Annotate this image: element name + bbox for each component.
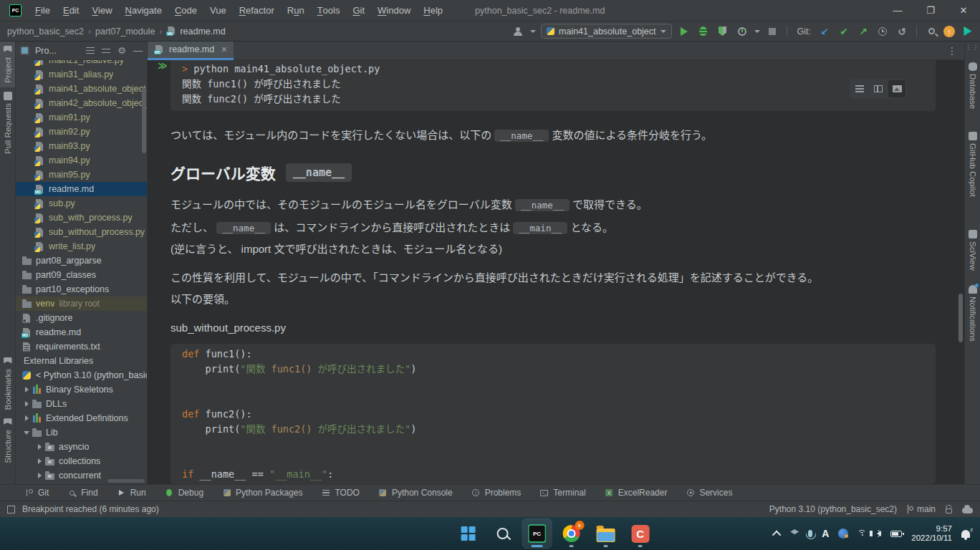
code-with-me-button[interactable]: [960, 24, 974, 39]
taskbar-search-button[interactable]: [489, 519, 517, 548]
editor-only-button[interactable]: [851, 80, 868, 97]
taskbar-pycharm-icon[interactable]: PC: [523, 519, 552, 548]
tree-item-readme-md[interactable]: MDreadme.md: [16, 182, 147, 196]
tree-item-binary-skeletons[interactable]: Binary Skeletons: [16, 382, 147, 397]
close-button[interactable]: ✕: [947, 0, 980, 21]
tool-stripe-structure[interactable]: Structure: [4, 414, 12, 468]
chevron-right-icon[interactable]: [21, 387, 32, 392]
tree-item-main42-absolute-object-w[interactable]: main42_absolute_object_w: [16, 96, 147, 110]
tool-window-button-python-console[interactable]: Python Console: [378, 488, 453, 498]
tool-window-button-run[interactable]: Run: [117, 488, 146, 498]
tool-window-button-find[interactable]: Find: [67, 488, 97, 498]
chevron-right-icon[interactable]: [34, 444, 44, 450]
breadcrumb-part07-module[interactable]: part07_module: [94, 26, 156, 37]
tree-item-sub-py[interactable]: sub.py: [16, 196, 147, 211]
sync-settings-cloud-icon[interactable]: [962, 508, 973, 513]
editor-scrollbar[interactable]: [959, 294, 963, 342]
notification-bell-icon[interactable]: z: [961, 530, 970, 538]
tool-stripe-bookmarks[interactable]: Bookmarks: [4, 353, 12, 415]
run-configuration-select[interactable]: main41_absolute_object: [541, 24, 672, 39]
tray-app-icon[interactable]: [838, 529, 848, 539]
menu-refactor[interactable]: Refactor: [233, 0, 281, 21]
tree-item-dlls[interactable]: DLLs: [16, 397, 147, 411]
tree-item-venv[interactable]: venvlibrary root: [16, 296, 147, 311]
menu-edit[interactable]: Edit: [57, 0, 85, 21]
tool-stripe-project[interactable]: Project: [0, 42, 16, 87]
user-profile-button[interactable]: [511, 24, 525, 39]
tab-options-icon[interactable]: ⋮: [940, 45, 964, 57]
rollback-button[interactable]: ↺: [895, 24, 909, 39]
tree-item-extended-definitions[interactable]: Extended Definitions: [16, 411, 147, 425]
expand-all-icon[interactable]: [86, 47, 95, 54]
taskbar-clock[interactable]: 9:57 2022/10/11: [911, 524, 952, 543]
git-update-button[interactable]: ↙: [817, 24, 832, 39]
tree-item-write-list-py[interactable]: write_list.py: [16, 239, 147, 254]
menu-help[interactable]: Help: [417, 0, 449, 21]
tree-horizontal-scrollbar[interactable]: [107, 479, 145, 483]
tool-window-button-debug[interactable]: Debug: [165, 488, 203, 498]
tree-item-part08-argparse[interactable]: part08_argparse: [16, 254, 147, 268]
tool-window-button-services[interactable]: Services: [686, 488, 732, 498]
split-view-button[interactable]: [870, 80, 887, 97]
menu-file[interactable]: File: [29, 0, 57, 21]
battery-icon[interactable]: [890, 531, 902, 537]
search-everywhere-button[interactable]: [924, 24, 938, 39]
wifi-icon[interactable]: [858, 530, 868, 537]
tree-item-main91-py[interactable]: main91.py: [16, 110, 147, 125]
close-tab-icon[interactable]: ✕: [221, 45, 227, 54]
history-button[interactable]: [875, 24, 890, 39]
tree-item-main31-alias-py[interactable]: main31_alias.py: [16, 67, 147, 82]
tree-item-readme-md[interactable]: MDreadme.md: [16, 325, 147, 339]
git-commit-button[interactable]: ✔: [837, 24, 851, 39]
volume-icon[interactable]: [877, 531, 881, 536]
run-gutter-icon[interactable]: ≫: [158, 60, 165, 71]
menu-run[interactable]: Run: [281, 0, 311, 21]
tool-window-button-todo[interactable]: TODO: [321, 488, 359, 498]
tree-item-main21-relative-py[interactable]: main21_relative.py: [16, 60, 147, 67]
run-button[interactable]: [677, 24, 691, 39]
tray-expand-chevron-icon[interactable]: [774, 531, 781, 537]
tree-item-lib[interactable]: Lib: [16, 425, 147, 440]
start-button[interactable]: [454, 519, 483, 548]
menu-navigate[interactable]: Navigate: [119, 0, 168, 21]
tree-item-python-3-10-python-basic-s[interactable]: < Python 3.10 (python_basic_s: [16, 368, 147, 382]
tree-item-part10-exceptions[interactable]: part10_exceptions: [16, 282, 147, 296]
tree-item-part09-classes[interactable]: part09_classes: [16, 268, 147, 282]
menu-window[interactable]: Window: [371, 0, 417, 21]
tree-item-main41-absolute-object-py[interactable]: main41_absolute_object.py: [16, 82, 147, 96]
ime-mode-indicator[interactable]: A: [822, 528, 829, 539]
tool-stripe-github-copilot[interactable]: GitHub Copilot: [969, 127, 977, 201]
tree-item-sub-without-process-py[interactable]: sub_without_process.py: [16, 225, 147, 239]
profiler-button[interactable]: [735, 24, 749, 39]
interpreter-selector[interactable]: Python 3.10 (python_basic_sec2): [769, 504, 897, 514]
taskbar-explorer-icon[interactable]: [592, 519, 620, 548]
tree-item-asyncio[interactable]: asyncio: [16, 440, 147, 454]
tool-stripe-pull-requests[interactable]: Pull Requests: [4, 87, 12, 158]
breadcrumb-readme-md[interactable]: MDreadme.md: [165, 26, 226, 37]
tree-item-sub-with-process-py[interactable]: sub_with_process.py: [16, 211, 147, 225]
tree-item-collections[interactable]: collections: [16, 454, 147, 468]
restore-button[interactable]: ❐: [914, 0, 947, 21]
tree-item-requirements-txt[interactable]: requirements.txt: [16, 339, 147, 354]
stop-button[interactable]: [765, 24, 779, 39]
tool-window-button-excelreader[interactable]: XExcelReader: [605, 488, 668, 498]
menu-view[interactable]: View: [85, 0, 118, 21]
tool-window-button-terminal[interactable]: >_Terminal: [539, 488, 585, 498]
menu-vue[interactable]: Vue: [203, 0, 233, 21]
breadcrumb-python-basic-sec2[interactable]: python_basic_sec2: [6, 26, 85, 37]
taskbar-chrome-icon[interactable]: k: [557, 519, 586, 548]
tool-stripe-notifications[interactable]: Notifications: [969, 281, 977, 346]
settings-gear-icon[interactable]: ⚙: [117, 45, 126, 56]
tree-vertical-scrollbar[interactable]: [142, 87, 146, 153]
chevron-right-icon[interactable]: [21, 415, 32, 421]
run-with-coverage-button[interactable]: [716, 24, 730, 39]
tree-item-main93-py[interactable]: main93.py: [16, 139, 147, 153]
status-message[interactable]: Breakpoint reached (6 minutes ago): [22, 504, 159, 514]
tree-item-external-libraries[interactable]: External Libraries: [16, 354, 147, 368]
chevron-right-icon[interactable]: [34, 473, 44, 478]
tool-stripe-sciview[interactable]: SciView: [969, 226, 977, 275]
tree-item-main94-py[interactable]: main94.py: [16, 153, 147, 168]
tree-item-main95-py[interactable]: main95.py: [16, 168, 147, 182]
tab-readme-md[interactable]: MD readme.md ✕: [148, 42, 234, 60]
chevron-right-icon[interactable]: [34, 458, 44, 464]
